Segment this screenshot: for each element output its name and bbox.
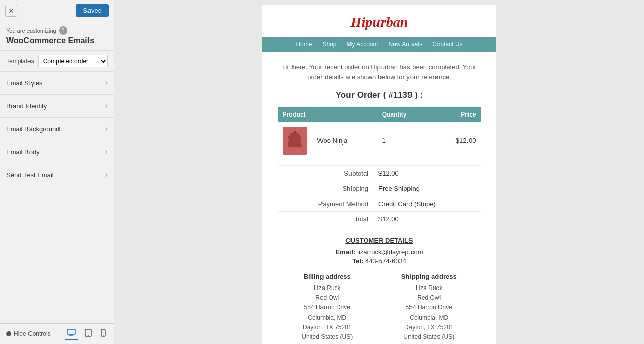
hide-controls-dot <box>6 331 11 336</box>
summary-value-payment: Credit Card (Stripe) <box>373 196 481 212</box>
addresses: Billing address Liza Ruck Red Owl 554 Ha… <box>278 273 481 342</box>
left-panel: ✕ Saved You are customizing ? WooCommerc… <box>0 0 114 344</box>
customer-email: Email: lizarruck@dayrep.com <box>278 248 481 256</box>
templates-label: Templates <box>6 58 34 65</box>
top-bar: ✕ Saved <box>0 0 114 21</box>
templates-select[interactable]: Completed order <box>38 55 108 67</box>
desktop-view-icon[interactable] <box>65 328 78 340</box>
summary-label-total: Total <box>278 212 374 227</box>
email-body: Hi there. Your recent order on Hipurban … <box>262 52 496 344</box>
product-price: $12.00 <box>432 122 481 160</box>
close-button[interactable]: ✕ <box>5 5 17 17</box>
billing-address-block: Billing address Liza Ruck Red Owl 554 Ha… <box>302 273 353 342</box>
summary-row-payment: Payment Method Credit Card (Stripe) <box>278 196 481 212</box>
svg-point-4 <box>88 335 89 336</box>
menu-item-label: Email Styles <box>6 79 43 87</box>
templates-row: Templates Completed order <box>0 51 114 72</box>
chevron-right-icon: › <box>105 78 108 88</box>
svg-rect-0 <box>67 329 75 334</box>
product-name: Woo Ninja <box>312 122 377 160</box>
saved-button[interactable]: Saved <box>76 4 109 17</box>
email-container: Hipurban Home Shop My Account New Arriva… <box>262 5 496 344</box>
billing-address: Liza Ruck Red Owl 554 Harron Drive Colum… <box>302 283 353 342</box>
product-image <box>283 127 307 155</box>
customizing-text: You are customizing <box>6 27 56 34</box>
menu-item-email-background[interactable]: Email Background › <box>0 118 114 140</box>
shipping-title: Shipping address <box>401 273 457 280</box>
tablet-view-icon[interactable] <box>83 328 94 340</box>
brand-logo: Hipurban <box>262 14 496 31</box>
col-price: Price <box>432 107 481 122</box>
chevron-right-icon: › <box>105 170 108 179</box>
hide-controls-label: Hide Controls <box>14 330 51 337</box>
email-nav: Home Shop My Account New Arrivals Contac… <box>262 37 496 52</box>
summary-value-subtotal: $12.00 <box>373 166 481 181</box>
summary-value-total: $12.00 <box>373 212 481 227</box>
summary-label-payment: Payment Method <box>278 196 374 212</box>
chevron-right-icon: › <box>105 124 108 133</box>
customer-details: CUSTOMER DETAILS Email: lizarruck@dayrep… <box>278 237 481 265</box>
order-row: Woo Ninja 1 $12.00 <box>278 122 481 160</box>
summary-label-subtotal: Subtotal <box>278 166 374 181</box>
order-table: Product Quantity Price <box>278 107 481 160</box>
col-quantity: Quantity <box>377 107 433 122</box>
col-product: Product <box>278 107 377 122</box>
email-value: lizarruck@dayrep.com <box>357 248 423 256</box>
nav-link-contact-us[interactable]: Contact Us <box>432 41 462 48</box>
tel-value: 443-574-6034 <box>365 257 406 265</box>
tel-label: Tel: <box>352 257 363 265</box>
menu-item-label: Send Test Email <box>6 171 54 179</box>
intro-text: Hi there. Your recent order on Hipurban … <box>278 62 481 82</box>
customizing-section: You are customizing ? WooCommerce Emails <box>0 21 114 51</box>
customer-details-title: CUSTOMER DETAILS <box>278 237 481 244</box>
menu-item-email-styles[interactable]: Email Styles › <box>0 72 114 95</box>
chevron-right-icon: › <box>105 101 108 110</box>
menu-item-send-test-email[interactable]: Send Test Email › <box>0 163 114 186</box>
hide-controls-button[interactable]: Hide Controls <box>6 330 51 337</box>
right-panel: Hipurban Home Shop My Account New Arriva… <box>114 0 644 344</box>
nav-link-shop[interactable]: Shop <box>322 41 336 48</box>
menu-item-label: Brand Identity <box>6 102 47 110</box>
nav-link-home[interactable]: Home <box>296 41 312 48</box>
product-quantity: 1 <box>377 122 433 160</box>
shipping-address-block: Shipping address Liza Ruck Red Owl 554 H… <box>401 273 457 342</box>
help-icon[interactable]: ? <box>59 26 67 35</box>
summary-value-shipping: Free Shipping <box>373 181 481 196</box>
customizing-label: You are customizing ? <box>6 26 108 35</box>
svg-point-7 <box>294 131 296 133</box>
email-label: Email: <box>335 248 355 256</box>
menu-item-brand-identity[interactable]: Brand Identity › <box>0 95 114 118</box>
svg-point-6 <box>103 335 103 335</box>
menu-item-email-body[interactable]: Email Body › <box>0 140 114 163</box>
shipping-address: Liza Ruck Red Owl 554 Harron Drive Colum… <box>401 283 457 342</box>
chevron-right-icon: › <box>105 147 108 156</box>
menu-item-label: Email Body <box>6 148 40 156</box>
device-icons <box>65 328 108 340</box>
email-header: Hipurban <box>262 5 496 37</box>
order-title: Your Order ( #1139 ) : <box>278 90 481 100</box>
summary-row-total: Total $12.00 <box>278 212 481 227</box>
nav-link-my-account[interactable]: My Account <box>346 41 378 48</box>
summary-label-shipping: Shipping <box>278 181 374 196</box>
woocommerce-title: WooCommerce Emails <box>6 36 108 45</box>
nav-link-new-arrivals[interactable]: New Arrivals <box>389 41 423 48</box>
menu-item-label: Email Background <box>6 125 60 133</box>
summary-row-subtotal: Subtotal $12.00 <box>278 166 481 181</box>
summary-table: Subtotal $12.00 Shipping Free Shipping P… <box>278 165 481 226</box>
mobile-view-icon[interactable] <box>99 328 108 340</box>
billing-title: Billing address <box>302 273 353 280</box>
customer-tel: Tel: 443-574-6034 <box>278 257 481 265</box>
bottom-bar: Hide Controls <box>0 323 114 344</box>
summary-row-shipping: Shipping Free Shipping <box>278 181 481 196</box>
